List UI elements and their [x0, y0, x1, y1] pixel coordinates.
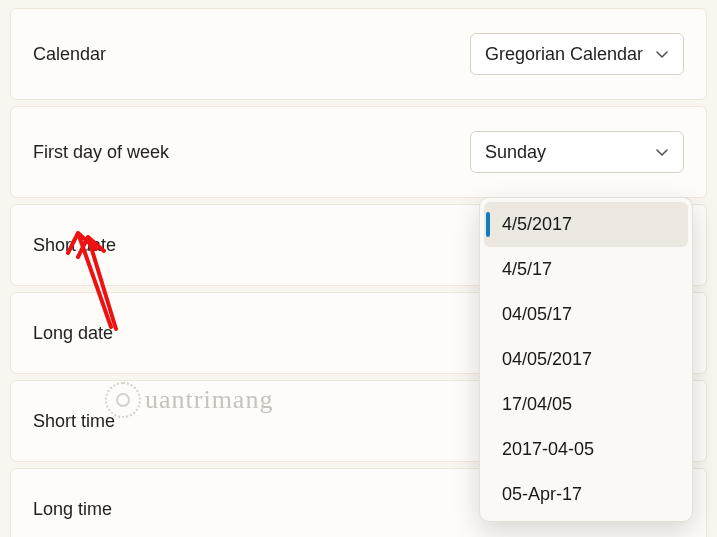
dropdown-short-date: 4/5/2017 4/5/17 04/05/17 04/05/2017 17/0… [479, 197, 693, 522]
dropdown-option-label: 04/05/2017 [502, 349, 592, 369]
dropdown-option-label: 04/05/17 [502, 304, 572, 324]
label-short-time: Short time [33, 411, 115, 432]
select-calendar-value: Gregorian Calendar [485, 44, 643, 65]
dropdown-option-label: 4/5/2017 [502, 214, 572, 234]
select-first-day[interactable]: Sunday [470, 131, 684, 173]
dropdown-option[interactable]: 04/05/2017 [484, 337, 688, 382]
label-calendar: Calendar [33, 44, 106, 65]
dropdown-option-label: 05-Apr-17 [502, 484, 582, 504]
dropdown-option-label: 2017-04-05 [502, 439, 594, 459]
dropdown-option[interactable]: 4/5/17 [484, 247, 688, 292]
label-short-date: Short date [33, 235, 116, 256]
dropdown-option-label: 4/5/17 [502, 259, 552, 279]
dropdown-option-label: 17/04/05 [502, 394, 572, 414]
dropdown-option[interactable]: 17/04/05 [484, 382, 688, 427]
dropdown-option[interactable]: 05-Apr-17 [484, 472, 688, 517]
label-first-day: First day of week [33, 142, 169, 163]
label-long-time: Long time [33, 499, 112, 520]
row-calendar: Calendar Gregorian Calendar [10, 8, 707, 100]
chevron-down-icon [655, 47, 669, 61]
label-long-date: Long date [33, 323, 113, 344]
dropdown-option[interactable]: 4/5/2017 [484, 202, 688, 247]
dropdown-option[interactable]: 2017-04-05 [484, 427, 688, 472]
select-calendar[interactable]: Gregorian Calendar [470, 33, 684, 75]
chevron-down-icon [655, 145, 669, 159]
dropdown-option[interactable]: 04/05/17 [484, 292, 688, 337]
row-first-day: First day of week Sunday [10, 106, 707, 198]
select-first-day-value: Sunday [485, 142, 546, 163]
